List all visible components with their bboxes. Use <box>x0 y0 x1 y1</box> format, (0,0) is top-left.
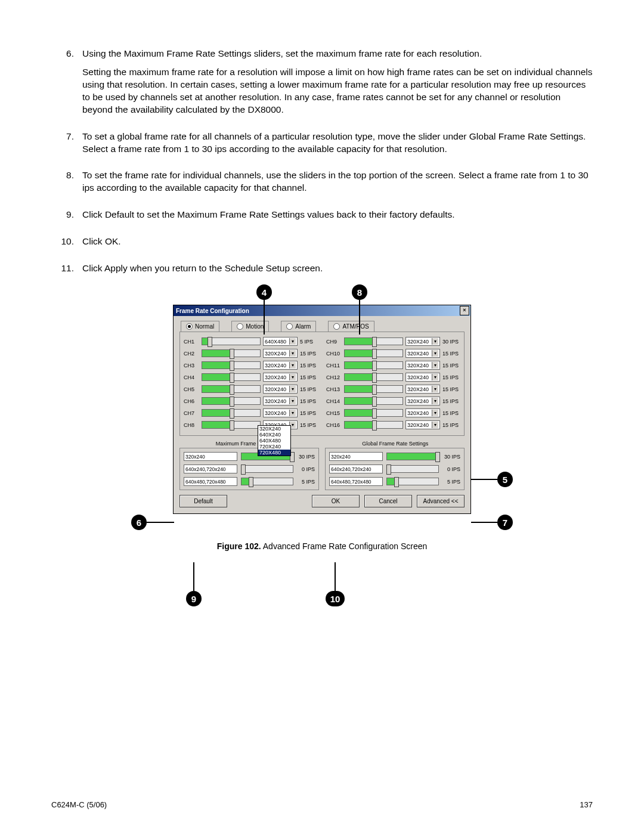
instruction-item: 6.Using the Maximum Frame Rate Settings … <box>51 48 593 122</box>
dialog-window: Frame Rate Configuration × Normal Motion… <box>173 305 471 514</box>
channel-row: CH11320X240▾15 IPS <box>326 361 460 370</box>
channel-slider[interactable] <box>344 373 403 381</box>
resolution-select[interactable]: 320X240▾ <box>405 349 440 358</box>
chevron-down-icon: ▾ <box>432 398 438 404</box>
resolution-select[interactable]: 320X240▾ <box>263 408 298 417</box>
ips-value: 15 IPS <box>300 351 318 357</box>
channel-slider[interactable] <box>344 361 403 369</box>
resolution-select[interactable]: 320X240▾ <box>405 337 440 346</box>
channel-row: CH7320X240▾15 IPS <box>184 408 318 417</box>
callout-4: 4 <box>256 284 272 300</box>
channel-slider[interactable] <box>344 421 403 429</box>
resolution-select[interactable]: 320X240▾ <box>263 361 298 370</box>
channel-slider[interactable] <box>202 409 261 417</box>
resolution-select[interactable]: 320X240▾ <box>405 373 440 382</box>
ips-value: 15 IPS <box>442 410 460 416</box>
resolution-select[interactable]: 640X480▾ <box>263 337 298 346</box>
channel-slider[interactable] <box>344 409 403 417</box>
rate-resolution-label: 640x240,720x240 <box>184 465 237 473</box>
resolution-select[interactable]: 320X240▾ <box>263 397 298 405</box>
callout-6: 6 <box>131 515 147 530</box>
rate-row: 320x24030 IPS <box>329 452 460 461</box>
step-body: To set the frame rate for individual cha… <box>82 169 593 200</box>
rate-slider[interactable] <box>241 478 293 485</box>
callout-8: 8 <box>352 284 367 300</box>
step-body: To set a global frame rate for all chann… <box>82 131 593 162</box>
rate-ips-value: 30 IPS <box>442 454 460 460</box>
resolution-select[interactable]: 320X240▾ <box>405 420 440 429</box>
dropdown-option[interactable]: 720X480 <box>258 450 290 456</box>
chevron-down-icon: ▾ <box>432 386 438 392</box>
channel-label: CH6 <box>184 398 199 404</box>
channel-row: CH16320X240▾15 IPS <box>326 420 460 429</box>
channel-slider[interactable] <box>202 349 261 357</box>
channel-slider[interactable] <box>344 349 403 357</box>
ips-value: 15 IPS <box>300 398 318 404</box>
channel-row: CH10320X240▾15 IPS <box>326 349 460 358</box>
step-number: 10. <box>51 236 82 254</box>
dropdown-option[interactable]: 720X240 <box>258 444 290 450</box>
channel-slider[interactable] <box>344 385 403 393</box>
channel-label: CH10 <box>326 351 342 357</box>
chevron-down-icon: ▾ <box>432 350 438 357</box>
step-number: 6. <box>51 48 82 122</box>
channel-slider[interactable] <box>202 385 261 393</box>
tab-atm-pos[interactable]: ATM/POS <box>328 321 374 332</box>
chevron-down-icon: ▾ <box>432 362 438 368</box>
chevron-down-icon: ▾ <box>289 350 296 357</box>
cancel-button[interactable]: Cancel <box>364 495 412 507</box>
rate-slider[interactable] <box>386 465 439 473</box>
default-button[interactable]: Default <box>179 495 227 507</box>
dropdown-option[interactable]: 640X480 <box>258 438 290 444</box>
rate-ips-value: 5 IPS <box>442 479 460 485</box>
resolution-select[interactable]: 320X240▾ <box>405 397 440 405</box>
tab-alarm[interactable]: Alarm <box>281 321 316 332</box>
ips-value: 15 IPS <box>300 410 318 416</box>
channel-slider[interactable] <box>344 397 403 405</box>
channel-slider[interactable] <box>202 397 261 405</box>
tab-label: ATM/POS <box>342 323 369 330</box>
resolution-select[interactable]: 320X240▾ <box>263 373 298 382</box>
dropdown-option[interactable]: 640X240 <box>258 432 290 438</box>
close-icon[interactable]: × <box>460 306 469 315</box>
ok-button[interactable]: OK <box>312 495 360 507</box>
channel-slider[interactable] <box>344 337 403 345</box>
dropdown-option[interactable]: 320X240 <box>258 426 290 432</box>
instruction-item: 11.Click Apply when you return to the Sc… <box>51 262 593 281</box>
mode-tabs: Normal Motion Alarm ATM/POS <box>174 316 470 332</box>
channel-label: CH11 <box>326 363 342 368</box>
channel-row: CH13320X240▾15 IPS <box>326 385 460 394</box>
rate-slider[interactable] <box>386 453 439 460</box>
step-text: Setting the maximum frame rate for a res… <box>82 66 593 116</box>
resolution-dropdown-open[interactable]: 320X240640X240640X480720X240720X480 <box>258 425 291 456</box>
channel-slider[interactable] <box>202 337 261 345</box>
figure-caption: Figure 102. Advanced Frame Rate Configur… <box>137 541 507 551</box>
instruction-item: 9.Click Default to set the Maximum Frame… <box>51 209 593 227</box>
callout-10: 10 <box>326 591 345 606</box>
ips-value: 15 IPS <box>442 422 460 428</box>
channel-panel: CH1640X480▾5 IPSCH2320X240▾15 IPSCH3320X… <box>179 332 465 436</box>
resolution-select[interactable]: 320X240▾ <box>263 349 298 358</box>
window-title: Frame Rate Configuration <box>176 308 249 314</box>
rate-slider[interactable] <box>386 478 439 485</box>
caption-bold: Figure 102. <box>217 541 261 551</box>
channel-slider[interactable] <box>202 373 261 381</box>
tab-label: Motion <box>246 323 264 330</box>
channel-label: CH8 <box>184 422 199 428</box>
channel-label: CH7 <box>184 410 199 416</box>
channel-slider[interactable] <box>202 361 261 369</box>
resolution-select[interactable]: 320X240▾ <box>405 361 440 370</box>
step-number: 7. <box>51 131 82 162</box>
chevron-down-icon: ▾ <box>289 410 296 416</box>
tab-normal[interactable]: Normal <box>181 321 219 332</box>
step-body: Click Default to set the Maximum Frame R… <box>82 209 593 227</box>
channel-row: CH9320X240▾30 IPS <box>326 337 460 346</box>
rate-row: 640x240,720x2400 IPS <box>329 465 460 473</box>
rate-slider[interactable] <box>241 465 293 473</box>
resolution-select[interactable]: 320X240▾ <box>405 385 440 394</box>
resolution-select[interactable]: 320X240▾ <box>263 385 298 394</box>
channel-slider[interactable] <box>202 421 261 429</box>
resolution-select[interactable]: 320X240▾ <box>405 408 440 417</box>
step-number: 8. <box>51 169 82 200</box>
advanced-button[interactable]: Advanced << <box>417 495 465 507</box>
